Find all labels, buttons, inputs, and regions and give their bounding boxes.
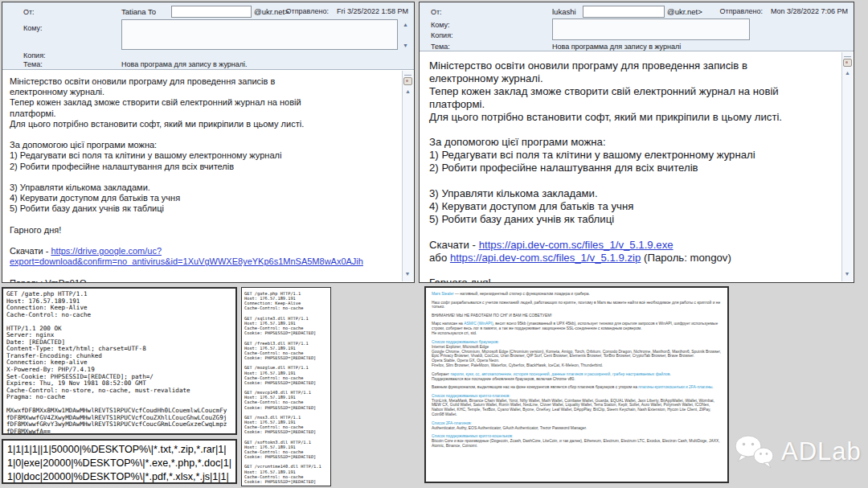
text-segment: 3) Управляти кількома закладами.: [10, 182, 150, 192]
email1-scrollbar[interactable]: ▲ ▼: [402, 71, 413, 281]
body-line: [429, 226, 838, 239]
email1-body: Міністерство освіти оновили програму для…: [2, 71, 402, 282]
text-segment: електронному журналі.: [429, 72, 543, 84]
body-line: 5) Робити базу даних учнів як таблиці: [10, 203, 399, 214]
text-segment: 4) Керувати доступом для батьків та учня: [10, 193, 180, 203]
body-line: За допомогою цієї програми можна:: [10, 140, 399, 150]
body-line: Тепер кожен заклад зможе створити свій е…: [429, 85, 838, 98]
hyperlink[interactable]: https://api.dev-com.sc/files_1/v_5.1.9.e…: [479, 239, 674, 251]
body-line: Скачати - https://drive.google.com/uc?: [10, 246, 399, 256]
text-segment: електронному журналі.: [10, 87, 104, 96]
hyperlink[interactable]: пароли, куки, cc, автозаполнение, истори…: [450, 372, 669, 376]
text-segment: Наш софт разрабатывался с учетом пожелан…: [432, 301, 720, 310]
sent-date: Mon 3/28/2022 7:06 PM: [771, 7, 848, 15]
field-scroll-down-icon[interactable]: ▼: [403, 43, 408, 48]
redacted-sender-box: [171, 6, 252, 18]
body-line: 1) Редагувати всі поля та клітини у вашо…: [429, 149, 838, 162]
text-segment: Для цього потрібно встановити софт, який…: [429, 111, 782, 123]
text-segment: Міністерство освіти оновили програму для…: [10, 76, 275, 86]
loader-config-string: 1|1|1|1||1|50000|%DESKTOP%\|*.txt,*.zip,…: [2, 439, 237, 484]
text-segment: Internet Explorer, Microsoft Edge: [432, 345, 489, 349]
subject-value: Нова програма для запису в журналі.: [121, 60, 248, 68]
body-line: Для цього потрібно встановити софт, який…: [10, 119, 399, 129]
email-screenshot-2: От: lukashi @ukr.net> Отправлено:Mon 3/2…: [419, 2, 854, 283]
body-line: Гарного дня!: [429, 277, 838, 282]
scroll-down-button[interactable]: ▼: [842, 269, 852, 279]
scroll-down-button[interactable]: ▼: [403, 269, 412, 279]
hyperlink[interactable]: Mars Stealer: [432, 292, 454, 296]
body-line: 3) Управляти кількома закладами.: [10, 182, 399, 193]
sent-label: Отправлено:: [286, 7, 329, 15]
from-name: Tatiana To: [121, 7, 156, 16]
email1-header: От: Tatiana To @ukr.net> Отправлено:Fri …: [2, 2, 414, 70]
text-segment: 2) Робити професійне налаштування для вс…: [429, 162, 698, 174]
subject-label: Тема:: [431, 43, 450, 51]
text-segment: ВНИМАНИЕ! МЫ НЕ РАБОТАЕМ ПО СНГ И ВАМ НЕ…: [432, 314, 552, 318]
to-field[interactable]: [121, 19, 398, 50]
doc-paragraph: TronLink, MetaMask, Binance Chain Wallet…: [432, 399, 722, 418]
field-scroll-up-icon[interactable]: ▲: [403, 22, 408, 27]
body-line: export=download&confirm=no_antivirus&id=…: [10, 256, 399, 267]
body-line: 2) Робити професійне налаштування для вс…: [429, 162, 838, 174]
cc-label: Копия:: [431, 31, 453, 39]
scroll-up-button[interactable]: ▲: [843, 68, 853, 78]
doc-paragraph: Google Chrome, Chromium, Microsoft Edge …: [432, 350, 722, 359]
text-segment: Список поддерживаемых крипто-плагинов:: [432, 394, 510, 398]
doc-paragraph: Поддерживаются все последние обновления …: [432, 377, 722, 382]
hyperlink[interactable]: https://api.dev-com.sc/files_1/v_5.1.9.z…: [450, 252, 641, 264]
text-segment: Пароль: VmDn91O: [10, 278, 87, 282]
text-segment: 2) Робити професійне налаштування для вс…: [10, 162, 234, 171]
cc-label: Копия:: [23, 51, 46, 59]
from-domain: @ukr.net>: [667, 7, 702, 16]
hyperlink[interactable]: ASM/C (WinAPI): [464, 322, 493, 326]
adlab-watermark: ADLab: [733, 434, 862, 470]
text-segment: Тепер кожен заклад зможе створити свій е…: [10, 97, 301, 107]
redacted-sender-box: [583, 6, 665, 18]
hyperlink[interactable]: плагины-криптокошельки и 2FA-плагины: [638, 385, 712, 389]
text-segment: (Пароль: mongov): [641, 252, 731, 264]
body-line: 2) Робити професійне налаштування для вс…: [10, 162, 399, 172]
composite-screenshot: { "colors": { "link_blue": "#2b3bd0", "d…: [0, 0, 868, 488]
sent-date: Fri 3/25/2022 1:58 PM: [337, 7, 408, 15]
doc-paragraph: Важным функционалом, выделяющим нас на ф…: [432, 385, 722, 390]
splitter-handle[interactable]: [844, 54, 851, 57]
text-segment: Скачати -: [429, 239, 479, 251]
sent-group: Отправлено:Mon 3/28/2022 7:06 PM: [720, 7, 848, 15]
hyperlink[interactable]: export=download&confirm=no_antivirus&id=…: [10, 256, 363, 266]
body-line: 4) Керувати доступом для батьків та учня: [10, 193, 399, 203]
body-line: Тепер кожен заклад зможе створити свій е…: [10, 97, 399, 108]
from-label: От:: [431, 8, 442, 16]
body-line: За допомогою цієї програми можна:: [429, 136, 838, 149]
text-segment: .: [712, 385, 713, 389]
text-segment: Для цього потрібно встановити софт, який…: [10, 119, 304, 129]
body-line: електронному журналі.: [429, 72, 838, 85]
email2-scrollbar[interactable]: ▲ ▼: [841, 52, 853, 281]
body-line: [429, 264, 838, 277]
body-line: Міністерство освіти оновили програму для…: [429, 59, 838, 72]
subject-label: Тема:: [23, 60, 43, 68]
text-segment: Скачати -: [10, 246, 51, 256]
doc-paragraph: Не используются crt, std.: [432, 331, 722, 336]
to-field[interactable]: [552, 18, 750, 40]
splitter-handle[interactable]: [404, 72, 411, 76]
reading-pane-icon: [403, 77, 412, 85]
body-line: Для цього потрібно встановити софт, який…: [429, 111, 838, 124]
watermark-text: ADLab: [781, 437, 862, 466]
email2-body: Міністерство освіти оновили програму для…: [420, 52, 841, 282]
wechat-logo-icon: [733, 434, 775, 470]
body-line: 4) Керувати доступом для батьків та учня: [429, 200, 838, 213]
body-line: [10, 236, 399, 246]
scroll-up-button[interactable]: ▲: [403, 87, 413, 96]
text-segment: Google Chrome, Chromium, Microsoft Edge …: [432, 350, 721, 359]
from-name: lukashi: [552, 7, 576, 16]
subject-value: Нова программа для запису в журналі: [552, 43, 681, 51]
text-segment: 4) Керувати доступом для батьків та учня: [429, 200, 633, 212]
doc-paragraph: Firefox, Slim Browser, PaleMoon, Waterfo…: [432, 363, 722, 368]
sent-group: Отправлено:Fri 3/25/2022 1:58 PM: [286, 7, 408, 15]
body-line: [10, 215, 399, 225]
hyperlink[interactable]: https://drive.google.com/uc?: [51, 246, 162, 256]
body-line: платформі.: [429, 98, 838, 111]
text-segment: Тепер кожен заклад зможе створити свій е…: [429, 85, 779, 97]
text-segment: платформі.: [10, 109, 56, 118]
body-line: електронному журналі.: [10, 87, 399, 97]
